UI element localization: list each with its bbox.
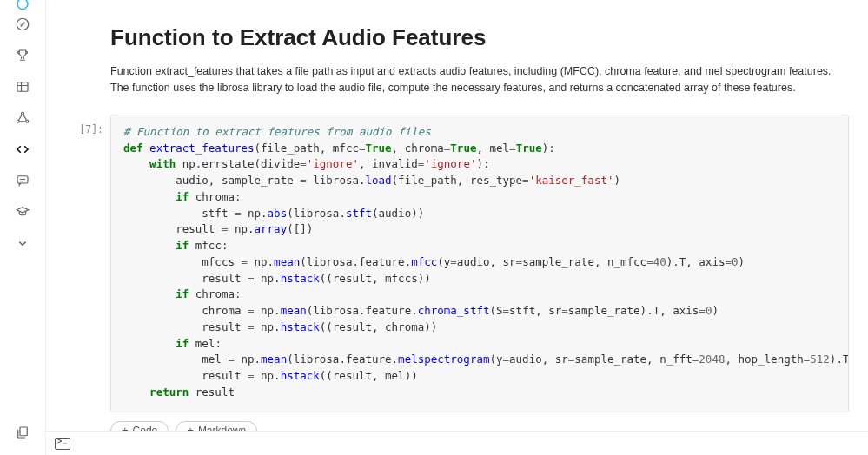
sidebar [0,0,45,455]
page-description: Function extract_features that takes a f… [110,63,849,97]
nav-trophy[interactable] [0,40,45,71]
nav-code[interactable] [0,134,45,165]
console-icon[interactable] [55,438,70,450]
compass-icon [15,16,30,32]
page-title: Function to Extract Audio Features [110,24,849,51]
nav-learn[interactable] [0,196,45,228]
nav-table[interactable] [0,71,45,102]
nav-more[interactable] [0,228,45,259]
trophy-icon [15,48,30,63]
nav-compass[interactable] [0,9,45,40]
molecule-icon [15,110,30,126]
logo-partial [8,0,37,9]
add-code-label: Code [133,425,158,432]
svg-point-6 [26,120,29,122]
plus-icon: + [187,425,194,431]
nav-discussions[interactable] [0,165,45,196]
nav-events[interactable] [0,417,45,448]
status-bar [46,431,868,455]
code-cell[interactable]: # Function to extract features from audi… [110,115,849,412]
add-markdown-label: Markdown [198,425,246,432]
code-icon [15,142,30,157]
main-content: Function to Extract Audio Features Funct… [46,0,868,431]
add-cell-buttons: +Code +Markdown [110,421,849,432]
svg-point-0 [17,0,28,10]
chevron-down-icon [15,235,30,251]
cell-prompt: [7]: [63,115,110,135]
copy-stack-icon [15,425,30,440]
comment-icon [15,173,30,188]
add-code-button[interactable]: +Code [110,421,169,432]
svg-point-4 [22,112,24,115]
svg-point-5 [17,120,19,122]
code-cell-row: [7]: # Function to extract features from… [110,115,849,412]
table-icon [15,79,30,95]
svg-rect-8 [20,427,27,436]
plus-icon: + [122,425,129,431]
add-markdown-button[interactable]: +Markdown [176,421,257,432]
nav-models[interactable] [0,102,45,134]
svg-rect-3 [17,82,28,92]
education-icon [15,204,30,220]
